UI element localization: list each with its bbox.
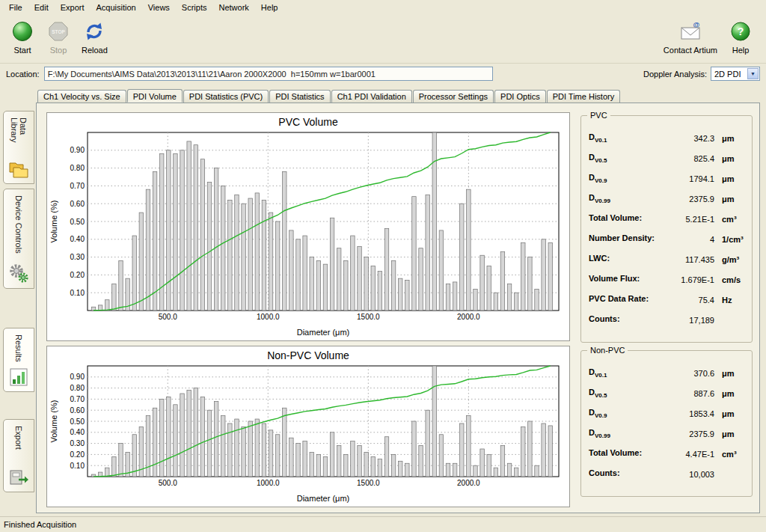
stat-value: 5.21E-1 — [659, 215, 714, 224]
stat-label: DV0.5 — [589, 153, 659, 164]
svg-text:0.40: 0.40 — [70, 428, 85, 436]
svg-text:Non-PVC Volume: Non-PVC Volume — [267, 349, 349, 361]
envelope-icon: @ — [678, 19, 702, 43]
start-button[interactable]: Start — [6, 17, 39, 57]
non-pvc-stats-group: Non-PVC DV0.1 370.6 μm DV0.5 887.6 μm DV… — [580, 350, 753, 497]
stat-value: 1853.4 — [659, 409, 714, 418]
stat-row-dv099: DV0.99 2375.9 μm — [589, 189, 746, 209]
menu-export[interactable]: Export — [55, 1, 91, 13]
tab-content: PVC Volume0.100.200.300.400.500.600.700.… — [36, 103, 760, 513]
stat-value: 1.679E-1 — [659, 275, 714, 284]
menu-help[interactable]: Help — [255, 1, 284, 13]
svg-text:0.70: 0.70 — [70, 182, 85, 190]
stat-label: DV0.99 — [589, 193, 659, 204]
sidebar-item-data-library[interactable]: Data Library — [3, 111, 34, 184]
stat-unit: μm — [714, 429, 746, 438]
help-button[interactable]: ? Help — [724, 17, 757, 57]
stat-value: 1794.1 — [659, 174, 714, 183]
stat-label: Number Density: — [589, 233, 659, 245]
stat-row-dv05: DV0.5 825.4 μm — [589, 148, 746, 168]
stat-row-dv01: DV0.1 342.3 μm — [589, 128, 746, 148]
menu-network[interactable]: Network — [212, 1, 254, 13]
menu-bar: File Edit Export Acquisition Views Scrip… — [0, 0, 766, 14]
tab-ch1-velocity-vs-size[interactable]: Ch1 Velocity vs. Size — [37, 90, 126, 103]
menu-views[interactable]: Views — [142, 1, 176, 13]
export-icon — [8, 468, 29, 489]
stat-row-dv09: DV0.9 1794.1 μm — [589, 168, 746, 189]
folders-icon — [8, 159, 29, 180]
chevron-down-icon[interactable]: ▼ — [747, 68, 759, 79]
menu-edit[interactable]: Edit — [28, 1, 55, 13]
reload-button[interactable]: Reload — [78, 17, 111, 57]
stat-unit: μm — [714, 389, 746, 398]
menu-scripts[interactable]: Scripts — [176, 1, 213, 13]
tab-pdi-time-history[interactable]: PDI Time History — [547, 90, 621, 103]
svg-text:Volume (%): Volume (%) — [49, 201, 58, 243]
stat-row-dv099: DV0.99 2375.9 μm — [589, 424, 746, 444]
stat-row-lwc: LWC: 117.435 g/m³ — [589, 249, 746, 269]
svg-text:0.10: 0.10 — [70, 289, 85, 297]
svg-text:500.0: 500.0 — [159, 479, 177, 487]
stat-label: DV0.9 — [589, 408, 659, 419]
stat-value: 2375.9 — [659, 195, 714, 204]
tab-ch1-pdi-validation[interactable]: Ch1 PDI Validation — [331, 90, 412, 103]
stat-value: 4.47E-1 — [659, 450, 714, 459]
stat-label: Volume Flux: — [589, 274, 659, 285]
menu-file[interactable]: File — [3, 1, 28, 13]
svg-text:500.0: 500.0 — [159, 313, 177, 321]
stat-value: 117.435 — [659, 255, 714, 264]
non-pvc-volume-chart-panel: Non-PVC Volume0.100.200.300.400.500.600.… — [46, 346, 570, 507]
tab-pdi-optics[interactable]: PDI Optics — [494, 90, 546, 103]
stat-unit: cm³ — [714, 215, 746, 224]
stat-unit: Hz — [714, 296, 746, 305]
tab-pdi-volume[interactable]: PDI Volume — [127, 89, 183, 103]
stat-unit: cm/s — [714, 275, 746, 284]
doppler-analysis-select[interactable]: 2D PDI ▼ — [711, 67, 760, 81]
stat-label: DV0.5 — [589, 388, 659, 399]
svg-text:0.20: 0.20 — [70, 450, 85, 459]
stat-value: 342.3 — [659, 134, 714, 143]
stat-value: 887.6 — [659, 389, 714, 398]
stat-unit: μm — [714, 154, 746, 163]
location-label: Location: — [6, 70, 40, 79]
svg-text:STOP: STOP — [52, 29, 65, 34]
main-area: Data Library Device Controls Results — [0, 87, 766, 516]
stat-label: PVC Data Rate: — [589, 294, 659, 305]
stat-label: LWC: — [589, 254, 659, 265]
tab-pdi-statistics-pvc[interactable]: PDI Statistics (PVC) — [183, 90, 269, 103]
sidebar-item-export[interactable]: Export — [3, 419, 34, 492]
sidebar-item-device-controls[interactable]: Device Controls — [3, 189, 34, 289]
doppler-analysis-value: 2D PDI — [714, 70, 741, 79]
contact-artium-button[interactable]: @ Contact Artium — [660, 17, 721, 57]
location-input[interactable] — [44, 67, 493, 81]
stat-unit: μm — [714, 134, 746, 143]
stat-label: Counts: — [589, 468, 659, 480]
stop-button[interactable]: STOP Stop — [42, 17, 75, 57]
stat-value: 2375.9 — [659, 429, 714, 438]
stat-unit: μm — [714, 174, 746, 183]
pvc-stats-group: PVC DV0.1 342.3 μm DV0.5 825.4 μm DV0.9 … — [580, 115, 753, 343]
start-icon — [11, 19, 34, 43]
stat-value: 17,189 — [659, 316, 714, 325]
status-bar: Finished Acquisition — [0, 516, 766, 532]
tab-pdi-statistics[interactable]: PDI Statistics — [269, 90, 330, 103]
pvc-volume-chart: PVC Volume0.100.200.300.400.500.600.700.… — [49, 114, 568, 339]
bar-chart-icon — [9, 367, 28, 388]
stat-row-counts: Counts: 17,189 — [589, 310, 746, 330]
svg-text:1000.0: 1000.0 — [257, 313, 280, 321]
stop-icon: STOP — [47, 19, 70, 43]
svg-text:1500.0: 1500.0 — [357, 313, 380, 321]
svg-text:PVC Volume: PVC Volume — [278, 116, 338, 128]
tab-bar: Ch1 Velocity vs. Size PDI Volume PDI Sta… — [37, 90, 621, 103]
svg-text:0.50: 0.50 — [70, 218, 85, 226]
svg-text:0.80: 0.80 — [70, 164, 85, 172]
sidebar-item-results[interactable]: Results — [3, 328, 34, 392]
stat-label: DV0.1 — [589, 132, 659, 144]
tab-processor-settings[interactable]: Processor Settings — [413, 90, 494, 103]
stat-value: 4 — [659, 235, 714, 244]
charts-area: PVC Volume0.100.200.300.400.500.600.700.… — [46, 112, 570, 512]
menu-acquisition[interactable]: Acquisition — [91, 1, 142, 13]
stat-unit: μm — [714, 195, 746, 204]
stat-unit: 1/cm³ — [714, 235, 746, 244]
stat-label: DV0.9 — [589, 173, 659, 184]
